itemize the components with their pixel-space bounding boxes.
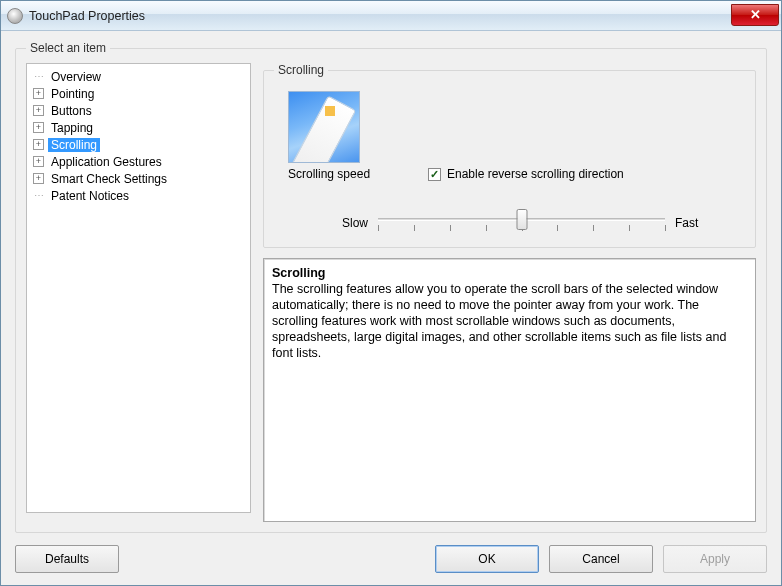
- tree-item-label: Buttons: [48, 104, 95, 118]
- close-button[interactable]: ✕: [731, 4, 779, 26]
- ok-button[interactable]: OK: [435, 545, 539, 573]
- tree-item-buttons[interactable]: +Buttons: [29, 102, 248, 119]
- settings-tree[interactable]: ⋯Overview+Pointing+Buttons+Tapping+Scrol…: [26, 63, 251, 513]
- tree-item-label: Patent Notices: [48, 189, 132, 203]
- defaults-button[interactable]: Defaults: [15, 545, 119, 573]
- expand-icon: +: [33, 173, 44, 184]
- app-icon: [7, 8, 23, 24]
- reverse-scrolling-checkbox[interactable]: ✓ Enable reverse scrolling direction: [428, 167, 624, 181]
- tree-item-scrolling[interactable]: +Scrolling: [29, 136, 248, 153]
- apply-button: Apply: [663, 545, 767, 573]
- slider-thumb[interactable]: [516, 209, 527, 230]
- leaf-icon: ⋯: [33, 190, 44, 201]
- checkbox-box: ✓: [428, 168, 441, 181]
- scrolling-speed-slider[interactable]: Slow Fast: [274, 209, 745, 237]
- expand-icon: +: [33, 122, 44, 133]
- expand-icon: +: [33, 88, 44, 99]
- select-item-legend: Select an item: [26, 41, 110, 55]
- expand-icon: +: [33, 105, 44, 116]
- expand-icon: +: [33, 139, 44, 150]
- tree-item-label: Smart Check Settings: [48, 172, 170, 186]
- dialog-body: Select an item ⋯Overview+Pointing+Button…: [1, 31, 781, 585]
- tree-item-label: Pointing: [48, 87, 97, 101]
- leaf-icon: ⋯: [33, 71, 44, 82]
- slider-track[interactable]: [378, 209, 665, 237]
- tree-item-label: Application Gestures: [48, 155, 165, 169]
- expand-icon: +: [33, 156, 44, 167]
- window-title: TouchPad Properties: [29, 9, 145, 23]
- scrolling-group-legend: Scrolling: [274, 63, 328, 77]
- select-item-group: Select an item ⋯Overview+Pointing+Button…: [15, 41, 767, 533]
- titlebar: TouchPad Properties ✕: [1, 1, 781, 31]
- scrolling-preview-image: [288, 91, 360, 163]
- checkbox-label: Enable reverse scrolling direction: [447, 167, 624, 181]
- tree-item-smart-check-settings[interactable]: +Smart Check Settings: [29, 170, 248, 187]
- close-icon: ✕: [750, 7, 761, 22]
- tree-item-application-gestures[interactable]: +Application Gestures: [29, 153, 248, 170]
- description-heading: Scrolling: [272, 266, 325, 280]
- scrolling-group: Scrolling Scrolling speed ✓ Enable rever…: [263, 63, 756, 248]
- tree-item-label: Overview: [48, 70, 104, 84]
- tree-item-pointing[interactable]: +Pointing: [29, 85, 248, 102]
- scrolling-speed-label: Scrolling speed: [288, 167, 418, 181]
- tree-item-label: Tapping: [48, 121, 96, 135]
- cancel-button[interactable]: Cancel: [549, 545, 653, 573]
- description-body: The scrolling features allow you to oper…: [272, 282, 726, 360]
- tree-item-label: Scrolling: [48, 138, 100, 152]
- tree-item-tapping[interactable]: +Tapping: [29, 119, 248, 136]
- dialog-button-bar: Defaults OK Cancel Apply: [15, 533, 767, 573]
- slider-min-label: Slow: [322, 216, 378, 230]
- slider-max-label: Fast: [665, 216, 721, 230]
- description-panel: Scrolling The scrolling features allow y…: [263, 258, 756, 522]
- touchpad-properties-window: TouchPad Properties ✕ Select an item ⋯Ov…: [0, 0, 782, 586]
- tree-item-overview[interactable]: ⋯Overview: [29, 68, 248, 85]
- tree-item-patent-notices[interactable]: ⋯Patent Notices: [29, 187, 248, 204]
